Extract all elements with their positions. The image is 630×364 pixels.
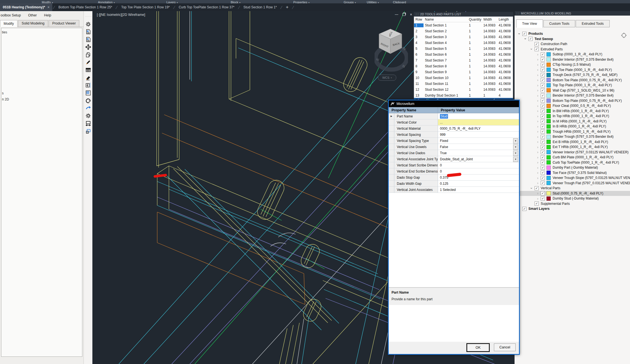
property-row-vertical-associative-joint-type[interactable]: Vertical Associative Joint TypeDouble_St… <box>389 156 519 162</box>
row-number-cell[interactable]: 6 <box>414 53 424 56</box>
property-value[interactable]: 0 <box>438 162 519 168</box>
tab-extruded-tools[interactable]: Extruded Tools <box>576 20 610 27</box>
tree-item[interactable]: ›✓In BM HRib (0000_1_R_-R_ 4x8 PLY) <box>515 109 630 114</box>
table-cell[interactable]: 14.0083 <box>482 23 497 27</box>
table-cell[interactable]: 1 <box>467 70 482 74</box>
color-swatch[interactable] <box>547 52 551 56</box>
tree-item[interactable]: ›✓Bender Interior (5797_0.375 Bender 8x4… <box>515 93 630 98</box>
table-cell[interactable]: 1 <box>467 76 482 80</box>
chevron-expanded-icon[interactable]: › <box>530 186 534 190</box>
color-swatch[interactable] <box>547 145 551 149</box>
tree-item[interactable]: ›✓Bender Interior (5797_0.375 Bender 8x4… <box>515 57 630 62</box>
move-icon[interactable] <box>85 44 92 50</box>
chevron-collapsed-icon[interactable]: › <box>536 99 540 103</box>
chevron-collapsed-icon[interactable]: › <box>536 191 540 195</box>
tree-item[interactable]: ›✓Curb Top ToePlate (0000_1_R_-R_ 4x8 PL… <box>515 160 630 165</box>
parts-list-title-bar[interactable]: ⋮⋮ 2D TOOLS AND PARTS LIST <box>414 12 513 16</box>
color-swatch[interactable] <box>547 94 551 98</box>
chevron-collapsed-icon[interactable]: › <box>536 57 540 62</box>
checkbox-icon[interactable]: ✓ <box>541 135 545 139</box>
chevron-collapsed-icon[interactable]: › <box>536 145 540 149</box>
property-row-vertical-use-dados[interactable]: Vertical Use DadosTrue▼ <box>389 150 519 156</box>
chevron-collapsed-icon[interactable]: › <box>536 119 540 123</box>
color-swatch[interactable] <box>547 171 551 175</box>
solid-modeling-title-bar[interactable]: ⋮⋮ MICROVELLUM SOLID MODELING <box>515 11 630 16</box>
checkbox-icon[interactable]: ✓ <box>522 32 526 36</box>
table-cell[interactable]: 1 <box>467 41 482 45</box>
property-value[interactable]: Stud <box>438 113 519 119</box>
color-swatch[interactable] <box>547 166 551 170</box>
checkbox-icon[interactable]: ✓ <box>541 57 545 62</box>
toolbar-grip[interactable]: ······ <box>85 15 92 18</box>
chevron-collapsed-icon[interactable]: › <box>536 150 540 154</box>
checkbox-icon[interactable]: ✓ <box>541 52 545 56</box>
color-swatch[interactable] <box>547 129 551 134</box>
table-cell[interactable]: Stud Section 4 <box>424 41 467 45</box>
checkbox-icon[interactable]: ✓ <box>535 186 539 190</box>
row-number-cell[interactable]: 8 <box>414 64 424 68</box>
table-cell[interactable]: 41.0608 <box>497 29 513 33</box>
table-cell[interactable]: Stud Section 2 <box>424 29 467 33</box>
tree-item[interactable]: ›✓Products <box>515 31 630 36</box>
row-number-cell[interactable]: 5 <box>414 47 424 51</box>
checkbox-icon[interactable]: ✓ <box>541 129 545 134</box>
ribbon-menu-layers[interactable]: Layers▾ <box>166 1 178 3</box>
tree-item[interactable]: ›✓In Top HRib (0000_1_R_-R_ 4x8 PLY) <box>515 114 630 119</box>
tab-custom-tools[interactable]: Custom Tools <box>543 20 575 27</box>
table-row[interactable]: 1Stud Section 1114.008341.0608 <box>414 22 513 28</box>
chevron-collapsed-icon[interactable]: › <box>536 140 540 144</box>
tree-item[interactable]: ›✓Smart Layers <box>515 206 630 211</box>
tree-item[interactable]: ›✓Dumby Stud (-Dumby Material) <box>515 196 630 201</box>
toolbox-tab-solid-modeling[interactable]: Solid Modeling <box>18 20 48 27</box>
tree-item[interactable]: ›✓Bottom Toe Plate (0000_0.75_R_-R_ 4x8 … <box>515 78 630 83</box>
row-number-cell[interactable]: 12 <box>414 88 424 92</box>
ok-button[interactable]: OK <box>467 343 489 352</box>
table-cell[interactable]: Stud Section 10 <box>424 76 467 80</box>
property-row-vertical-material[interactable]: Vertical Material0000_0.75_R_-R_ 4x8 PLY <box>389 126 519 132</box>
row-number-cell[interactable]: 1 <box>414 23 424 27</box>
table-cell[interactable]: 14.0083 <box>482 29 497 33</box>
tree-item[interactable]: ›✓Trough Deck (5797_0.75_R_-R_ 4x8_MDF) <box>515 72 630 78</box>
row-number-cell[interactable]: 2 <box>414 29 424 33</box>
drawing-tab-0[interactable]: 051B Hearing (Testimony)*× <box>0 3 52 11</box>
settings-gear-icon[interactable] <box>85 21 92 28</box>
palette-grip-icon[interactable]: ⋮⋮ <box>516 12 520 15</box>
checkbox-icon[interactable]: ✓ <box>541 196 545 201</box>
toolbox-menu-other[interactable]: Other <box>28 13 37 17</box>
chevron-collapsed-icon[interactable]: › <box>536 73 540 77</box>
tree-item[interactable]: ›✓Test Swoop <box>515 36 630 42</box>
property-value[interactable]: False▼ <box>438 144 519 150</box>
cabinet-section-icon[interactable] <box>85 82 92 88</box>
table-cell[interactable]: 41.0608 <box>497 70 513 74</box>
property-value[interactable]: 0000_0.75_R_-R_ 4x8 PLY <box>438 126 519 132</box>
checkbox-icon[interactable]: ✓ <box>541 88 545 92</box>
table-cell[interactable]: Stud Section 7 <box>424 58 467 62</box>
checkbox-icon[interactable]: ✓ <box>535 201 539 206</box>
edit-marker-icon[interactable] <box>85 59 92 66</box>
table-cell[interactable]: 1 <box>467 82 482 86</box>
table-row[interactable]: 5Stud Section 5114.008341.0608 <box>414 46 513 51</box>
checkbox-icon[interactable]: ✓ <box>541 145 545 149</box>
drawing-tab-4[interactable]: Stud Section 1 Row 1* <box>241 3 280 11</box>
ribbon-menu-modify[interactable]: Modify▾ <box>42 1 53 3</box>
chevron-collapsed-icon[interactable]: › <box>536 83 540 87</box>
tree-item[interactable]: ›✓Floor Cleat (0000_0.5_R_-R_ 4x8 PLY) <box>515 103 630 109</box>
ribbon-menu-clipboard[interactable]: Clipboard <box>393 1 406 3</box>
color-swatch[interactable] <box>547 78 551 82</box>
table-cell[interactable]: 1 <box>467 58 482 62</box>
chevron-collapsed-icon[interactable]: › <box>536 109 540 113</box>
drawing-tab-3[interactable]: Curb Top ToePlate Section 1 Row 37* <box>176 3 237 11</box>
color-swatch[interactable] <box>547 88 551 92</box>
color-swatch[interactable] <box>547 73 551 77</box>
tree-item[interactable]: ›✓Trough HRib (0000_1_R_-R_ 4x8 PLY) <box>515 129 630 134</box>
table-cell[interactable]: 1 <box>467 53 482 56</box>
chevron-collapsed-icon[interactable]: › <box>536 78 540 82</box>
viewcube[interactable]: E N S W TOP RIGHT BACK <box>375 27 408 74</box>
table-cell[interactable]: 14.0083 <box>482 47 497 51</box>
toolbox-tab-modify[interactable]: Modify <box>0 20 18 27</box>
row-number-cell[interactable]: 3 <box>414 35 424 39</box>
checkbox-icon[interactable]: ✓ <box>541 166 545 170</box>
color-swatch[interactable] <box>547 119 551 123</box>
table-cell[interactable]: 1 <box>467 47 482 51</box>
chevron-collapsed-icon[interactable]: › <box>536 160 540 164</box>
